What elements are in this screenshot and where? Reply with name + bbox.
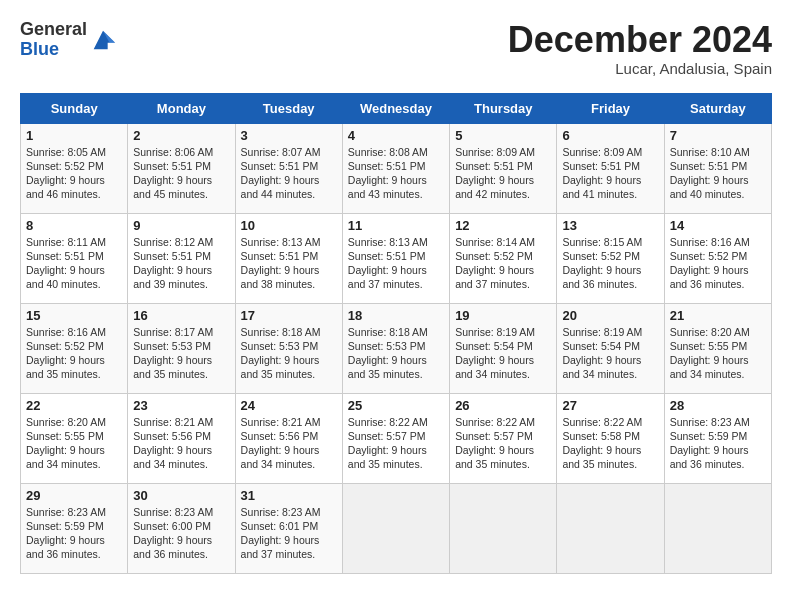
calendar-cell: 9Sunrise: 8:12 AMSunset: 5:51 PMDaylight… <box>128 213 235 303</box>
weekday-header-row: Sunday Monday Tuesday Wednesday Thursday… <box>21 93 772 123</box>
day-number: 22 <box>26 398 122 413</box>
cell-text: Sunset: 5:53 PM <box>241 339 337 353</box>
cell-text: Sunset: 5:54 PM <box>455 339 551 353</box>
cell-text: Sunrise: 8:18 AM <box>241 325 337 339</box>
calendar-cell: 25Sunrise: 8:22 AMSunset: 5:57 PMDayligh… <box>342 393 449 483</box>
day-number: 12 <box>455 218 551 233</box>
cell-text: Sunset: 5:51 PM <box>26 249 122 263</box>
cell-text: and 34 minutes. <box>133 457 229 471</box>
cell-text: Daylight: 9 hours <box>241 173 337 187</box>
day-number: 21 <box>670 308 766 323</box>
cell-text: Sunset: 5:51 PM <box>562 159 658 173</box>
calendar-cell: 11Sunrise: 8:13 AMSunset: 5:51 PMDayligh… <box>342 213 449 303</box>
cell-text: Daylight: 9 hours <box>241 353 337 367</box>
page-header: General Blue December 2024 Lucar, Andalu… <box>20 20 772 77</box>
day-number: 10 <box>241 218 337 233</box>
cell-text: Sunrise: 8:13 AM <box>348 235 444 249</box>
cell-text: Sunrise: 8:16 AM <box>670 235 766 249</box>
day-number: 26 <box>455 398 551 413</box>
cell-text: Sunrise: 8:23 AM <box>241 505 337 519</box>
cell-text: Sunrise: 8:09 AM <box>455 145 551 159</box>
cell-text: Sunrise: 8:22 AM <box>455 415 551 429</box>
calendar-cell: 18Sunrise: 8:18 AMSunset: 5:53 PMDayligh… <box>342 303 449 393</box>
cell-text: Daylight: 9 hours <box>26 173 122 187</box>
cell-text: and 38 minutes. <box>241 277 337 291</box>
header-saturday: Saturday <box>664 93 771 123</box>
day-number: 13 <box>562 218 658 233</box>
header-thursday: Thursday <box>450 93 557 123</box>
day-number: 20 <box>562 308 658 323</box>
cell-text: Daylight: 9 hours <box>133 533 229 547</box>
cell-text: Sunrise: 8:11 AM <box>26 235 122 249</box>
day-number: 7 <box>670 128 766 143</box>
cell-text: Sunrise: 8:07 AM <box>241 145 337 159</box>
cell-text: Sunset: 5:52 PM <box>26 159 122 173</box>
cell-text: Daylight: 9 hours <box>562 443 658 457</box>
cell-text: and 45 minutes. <box>133 187 229 201</box>
calendar-cell <box>557 483 664 573</box>
cell-text: Sunset: 5:54 PM <box>562 339 658 353</box>
cell-text: Sunrise: 8:14 AM <box>455 235 551 249</box>
calendar-row-1: 1Sunrise: 8:05 AMSunset: 5:52 PMDaylight… <box>21 123 772 213</box>
cell-text: Sunrise: 8:20 AM <box>670 325 766 339</box>
cell-text: Sunset: 5:55 PM <box>670 339 766 353</box>
cell-text: Daylight: 9 hours <box>26 263 122 277</box>
calendar-table: Sunday Monday Tuesday Wednesday Thursday… <box>20 93 772 574</box>
cell-text: Sunrise: 8:05 AM <box>26 145 122 159</box>
cell-text: Sunset: 5:52 PM <box>562 249 658 263</box>
calendar-cell: 23Sunrise: 8:21 AMSunset: 5:56 PMDayligh… <box>128 393 235 483</box>
cell-text: Daylight: 9 hours <box>133 353 229 367</box>
cell-text: Daylight: 9 hours <box>670 173 766 187</box>
logo: General Blue <box>20 20 117 60</box>
day-number: 27 <box>562 398 658 413</box>
cell-text: Daylight: 9 hours <box>348 263 444 277</box>
day-number: 29 <box>26 488 122 503</box>
cell-text: Daylight: 9 hours <box>670 353 766 367</box>
calendar-cell: 7Sunrise: 8:10 AMSunset: 5:51 PMDaylight… <box>664 123 771 213</box>
cell-text: Sunset: 5:52 PM <box>455 249 551 263</box>
calendar-cell: 2Sunrise: 8:06 AMSunset: 5:51 PMDaylight… <box>128 123 235 213</box>
cell-text: Sunset: 5:52 PM <box>26 339 122 353</box>
header-monday: Monday <box>128 93 235 123</box>
day-number: 1 <box>26 128 122 143</box>
day-number: 30 <box>133 488 229 503</box>
cell-text: Sunrise: 8:13 AM <box>241 235 337 249</box>
day-number: 6 <box>562 128 658 143</box>
day-number: 15 <box>26 308 122 323</box>
calendar-cell: 1Sunrise: 8:05 AMSunset: 5:52 PMDaylight… <box>21 123 128 213</box>
calendar-row-5: 29Sunrise: 8:23 AMSunset: 5:59 PMDayligh… <box>21 483 772 573</box>
calendar-cell: 8Sunrise: 8:11 AMSunset: 5:51 PMDaylight… <box>21 213 128 303</box>
calendar-cell: 10Sunrise: 8:13 AMSunset: 5:51 PMDayligh… <box>235 213 342 303</box>
cell-text: Sunrise: 8:21 AM <box>133 415 229 429</box>
cell-text: and 37 minutes. <box>348 277 444 291</box>
calendar-row-4: 22Sunrise: 8:20 AMSunset: 5:55 PMDayligh… <box>21 393 772 483</box>
cell-text: Sunset: 5:56 PM <box>241 429 337 443</box>
cell-text: Sunset: 5:51 PM <box>241 249 337 263</box>
cell-text: Daylight: 9 hours <box>26 353 122 367</box>
cell-text: and 37 minutes. <box>455 277 551 291</box>
day-number: 19 <box>455 308 551 323</box>
calendar-cell: 15Sunrise: 8:16 AMSunset: 5:52 PMDayligh… <box>21 303 128 393</box>
location: Lucar, Andalusia, Spain <box>508 60 772 77</box>
day-number: 23 <box>133 398 229 413</box>
day-number: 18 <box>348 308 444 323</box>
cell-text: Sunrise: 8:08 AM <box>348 145 444 159</box>
calendar-cell: 21Sunrise: 8:20 AMSunset: 5:55 PMDayligh… <box>664 303 771 393</box>
cell-text: Sunrise: 8:22 AM <box>348 415 444 429</box>
day-number: 14 <box>670 218 766 233</box>
calendar-cell <box>450 483 557 573</box>
cell-text: Sunset: 6:01 PM <box>241 519 337 533</box>
logo-icon <box>89 26 117 54</box>
cell-text: Sunset: 5:59 PM <box>670 429 766 443</box>
cell-text: Daylight: 9 hours <box>133 173 229 187</box>
cell-text: Daylight: 9 hours <box>26 443 122 457</box>
cell-text: Daylight: 9 hours <box>348 173 444 187</box>
cell-text: Daylight: 9 hours <box>348 353 444 367</box>
calendar-cell: 24Sunrise: 8:21 AMSunset: 5:56 PMDayligh… <box>235 393 342 483</box>
cell-text: and 42 minutes. <box>455 187 551 201</box>
day-number: 8 <box>26 218 122 233</box>
calendar-cell: 17Sunrise: 8:18 AMSunset: 5:53 PMDayligh… <box>235 303 342 393</box>
month-title: December 2024 <box>508 20 772 60</box>
cell-text: and 35 minutes. <box>562 457 658 471</box>
cell-text: and 34 minutes. <box>562 367 658 381</box>
